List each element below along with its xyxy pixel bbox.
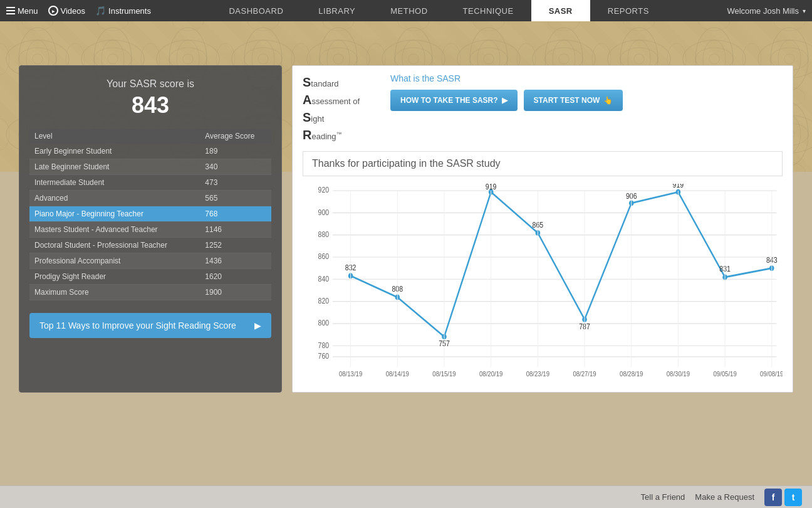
level-cell: Late Beginner Student xyxy=(29,159,200,175)
play-icon: ▶ xyxy=(502,96,508,105)
left-panel: Your SASR score is 843 Level Average Sco… xyxy=(19,65,282,393)
table-row: Maximum Score1900 xyxy=(29,285,271,300)
instruments-label: Instruments xyxy=(108,6,151,16)
nav-dashboard[interactable]: DASHBOARD xyxy=(211,0,301,21)
twitter-icon: t xyxy=(792,492,795,502)
nav-method[interactable]: METHOD xyxy=(373,0,445,21)
tell-friend-link[interactable]: Tell a Friend xyxy=(641,492,685,502)
svg-text:860: 860 xyxy=(318,253,330,261)
right-panel: Standard Assessment of Sight Reading™ Wh… xyxy=(292,65,793,393)
chart-container: 920 900 880 860 840 820 800 780 760 xyxy=(303,184,783,384)
footer: Tell a Friend Make a Request f t xyxy=(0,485,812,508)
table-row: Piano Major - Beginning Teacher768 xyxy=(29,206,271,222)
svg-text:800: 800 xyxy=(318,319,330,327)
start-test-button[interactable]: START TEST NOW 👆 xyxy=(524,90,623,111)
thanks-text: Thanks for participating in the SASR stu… xyxy=(312,158,501,169)
level-cell: Piano Major - Beginning Teacher xyxy=(29,206,200,222)
twitter-button[interactable]: t xyxy=(784,489,802,506)
thanks-banner: Thanks for participating in the SASR stu… xyxy=(303,151,783,176)
table-row: Professional Accompanist1436 xyxy=(29,253,271,269)
svg-text:08/28/19: 08/28/19 xyxy=(620,370,643,378)
instruments-icon: 🎵 xyxy=(95,6,106,16)
score-cell: 1146 xyxy=(200,222,271,238)
table-row: Advanced565 xyxy=(29,191,271,206)
what-is-link[interactable]: What is the SASR xyxy=(390,73,783,83)
chevron-down-icon[interactable]: ▾ xyxy=(803,8,806,14)
svg-text:820: 820 xyxy=(318,297,330,305)
chart-svg: 920 900 880 860 840 820 800 780 760 xyxy=(303,184,783,384)
level-cell: Intermediate Student xyxy=(29,175,200,191)
sasr-logo: Standard Assessment of Sight Reading™ xyxy=(303,73,378,144)
svg-text:840: 840 xyxy=(318,275,330,283)
score-value: 843 xyxy=(29,92,271,119)
how-label: HOW TO TAKE THE SASR? xyxy=(400,96,498,105)
content-area: Your SASR score is 843 Level Average Sco… xyxy=(0,34,812,393)
score-cell: 1620 xyxy=(200,269,271,285)
hamburger-icon xyxy=(6,7,15,14)
facebook-icon: f xyxy=(772,492,775,502)
how-to-take-button[interactable]: HOW TO TAKE THE SASR? ▶ xyxy=(390,90,518,111)
score-cell: 768 xyxy=(200,206,271,222)
nav-right: Welcome Josh Mills ▾ xyxy=(727,6,806,16)
score-cell: 1252 xyxy=(200,238,271,253)
svg-text:08/13/19: 08/13/19 xyxy=(339,370,363,378)
menu-button[interactable]: Menu xyxy=(6,6,38,16)
videos-label: Videos xyxy=(61,6,86,16)
nav-technique[interactable]: TECHNIQUE xyxy=(445,0,531,21)
score-cell: 340 xyxy=(200,159,271,175)
score-title: Your SASR score is xyxy=(29,78,271,90)
nav-library[interactable]: LIBRARY xyxy=(301,0,373,21)
score-cell: 1900 xyxy=(200,285,271,300)
start-label: START TEST NOW xyxy=(534,96,600,105)
svg-text:08/23/19: 08/23/19 xyxy=(526,370,550,378)
score-cell: 1436 xyxy=(200,253,271,269)
welcome-text: Welcome Josh Mills xyxy=(727,6,799,16)
svg-text:08/15/19: 08/15/19 xyxy=(432,370,456,378)
sasr-header: Standard Assessment of Sight Reading™ Wh… xyxy=(303,73,783,144)
nav-sasr[interactable]: SASR xyxy=(531,0,590,21)
svg-text:08/27/19: 08/27/19 xyxy=(573,370,596,378)
svg-text:919: 919 xyxy=(486,184,497,191)
table-row: Intermediate Student473 xyxy=(29,175,271,191)
arrow-icon: ▶ xyxy=(254,320,261,331)
level-cell: Advanced xyxy=(29,191,200,206)
sasr-info: What is the SASR HOW TO TAKE THE SASR? ▶… xyxy=(390,73,783,111)
level-cell: Prodigy Sight Reader xyxy=(29,269,200,285)
instruments-button[interactable]: 🎵 Instruments xyxy=(95,6,151,16)
navbar: Menu Videos 🎵 Instruments DASHBOARD LIBR… xyxy=(0,0,812,21)
svg-text:09/08/19: 09/08/19 xyxy=(760,370,783,378)
svg-text:08/30/19: 08/30/19 xyxy=(667,370,690,378)
level-cell: Doctoral Student - Professional Teacher xyxy=(29,238,200,253)
facebook-button[interactable]: f xyxy=(764,489,782,506)
svg-text:920: 920 xyxy=(318,186,330,194)
svg-text:09/05/19: 09/05/19 xyxy=(713,370,737,378)
level-cell: Professional Accompanist xyxy=(29,253,200,269)
videos-button[interactable]: Videos xyxy=(48,6,86,16)
svg-text:760: 760 xyxy=(318,352,330,360)
improve-button[interactable]: Top 11 Ways to Improve your Sight Readin… xyxy=(29,313,271,338)
cursor-icon: 👆 xyxy=(603,96,613,105)
score-cell: 189 xyxy=(200,144,271,159)
menu-label: Menu xyxy=(18,6,38,16)
svg-text:880: 880 xyxy=(318,230,330,238)
col-level: Level xyxy=(29,129,200,144)
nav-left: Menu Videos 🎵 Instruments xyxy=(6,6,151,16)
svg-text:900: 900 xyxy=(318,208,330,216)
table-row: Early Beginner Student189 xyxy=(29,144,271,159)
col-score: Average Score xyxy=(200,129,271,144)
svg-text:919: 919 xyxy=(673,184,684,189)
video-icon xyxy=(48,6,58,16)
score-cell: 565 xyxy=(200,191,271,206)
improve-label: Top 11 Ways to Improve your Sight Readin… xyxy=(39,320,236,331)
nav-reports[interactable]: REPORTS xyxy=(590,0,667,21)
table-row: Doctoral Student - Professional Teacher1… xyxy=(29,238,271,253)
level-cell: Masters Student - Advanced Teacher xyxy=(29,222,200,238)
level-cell: Maximum Score xyxy=(29,285,200,300)
footer-social: f t xyxy=(764,489,802,506)
svg-text:08/14/19: 08/14/19 xyxy=(386,370,410,378)
nav-center: DASHBOARD LIBRARY METHOD TECHNIQUE SASR … xyxy=(151,0,727,21)
sasr-buttons: HOW TO TAKE THE SASR? ▶ START TEST NOW 👆 xyxy=(390,90,783,111)
make-request-link[interactable]: Make a Request xyxy=(695,492,754,502)
table-row: Late Beginner Student340 xyxy=(29,159,271,175)
score-table: Level Average Score Early Beginner Stude… xyxy=(29,129,271,300)
